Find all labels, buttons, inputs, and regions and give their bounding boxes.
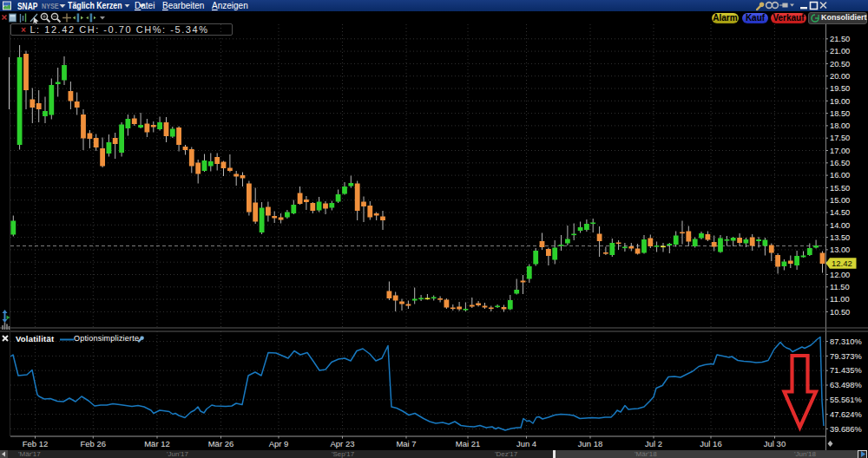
svg-text:19.50: 19.50 [830, 84, 850, 93]
svg-text:11.00: 11.00 [830, 295, 850, 304]
svg-text:12.00: 12.00 [830, 271, 850, 279]
svg-text:14.00: 14.00 [830, 221, 850, 230]
svg-text:10.50: 10.50 [830, 308, 850, 317]
svg-text:39.686%: 39.686% [830, 425, 862, 434]
svg-text:20.50: 20.50 [830, 60, 850, 69]
svg-text:47.624%: 47.624% [830, 410, 862, 419]
svg-text:18.50: 18.50 [830, 109, 850, 118]
svg-text:14.50: 14.50 [830, 208, 850, 217]
svg-text:11.50: 11.50 [830, 283, 850, 291]
svg-text:16.50: 16.50 [830, 159, 850, 167]
svg-text:13.00: 13.00 [830, 245, 850, 254]
svg-text:71.435%: 71.435% [830, 366, 862, 375]
svg-text:19.00: 19.00 [830, 97, 850, 106]
svg-text:79.373%: 79.373% [830, 352, 862, 361]
svg-text:12.42: 12.42 [832, 258, 852, 268]
svg-text:18.00: 18.00 [830, 121, 850, 130]
svg-text:13.50: 13.50 [830, 233, 850, 242]
svg-text:87.310%: 87.310% [830, 337, 862, 346]
svg-text:55.561%: 55.561% [830, 396, 862, 404]
svg-text:15.50: 15.50 [830, 184, 850, 193]
svg-text:17.50: 17.50 [830, 134, 850, 142]
svg-text:21.50: 21.50 [830, 35, 850, 43]
svg-text:63.498%: 63.498% [830, 381, 862, 389]
svg-text:16.00: 16.00 [830, 171, 850, 180]
svg-text:17.00: 17.00 [830, 147, 850, 155]
svg-text:20.00: 20.00 [830, 72, 850, 81]
svg-text:15.00: 15.00 [830, 196, 850, 205]
svg-text:21.00: 21.00 [830, 47, 850, 56]
